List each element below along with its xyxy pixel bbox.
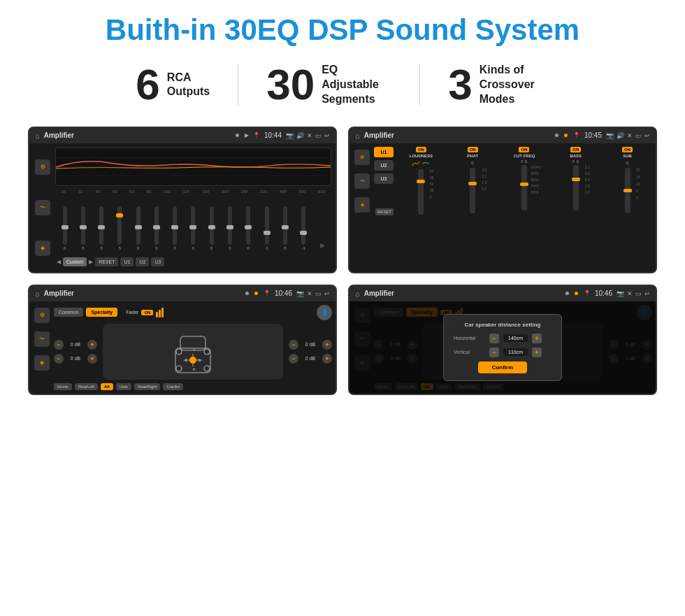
stat-number-eq: 30 <box>266 63 315 106</box>
time-2: 10:45 <box>584 131 602 139</box>
vol-value-fl: 0 dB <box>66 342 85 347</box>
eq-thumb-5[interactable] <box>135 225 142 229</box>
eq-thumb-4[interactable] <box>116 213 123 217</box>
eq-custom-btn[interactable]: Custom <box>63 257 87 266</box>
preset-u2[interactable]: U2 <box>374 160 394 171</box>
time-3: 10:46 <box>275 289 292 297</box>
fader-label: Fader <box>126 310 138 315</box>
sub-thumb[interactable] <box>623 189 632 192</box>
home-icon-3[interactable]: ⌂ <box>35 289 40 298</box>
dsp-reset-btn[interactable]: RESET <box>375 208 394 215</box>
horizontal-minus-btn[interactable]: − <box>489 334 499 343</box>
eq-thumb-2[interactable] <box>80 225 87 229</box>
fader-vol-icon[interactable]: ◈ <box>34 355 50 371</box>
cutfreq-thumb[interactable] <box>520 182 528 186</box>
eq-thumb-6[interactable] <box>153 225 160 229</box>
eq-u2-btn[interactable]: U2 <box>136 257 149 266</box>
home-icon-1[interactable]: ⌂ <box>35 131 40 140</box>
fader-filter-icon[interactable]: ⚙ <box>34 308 50 323</box>
preset-u1[interactable]: U1 <box>374 147 394 157</box>
eq-next-btn[interactable]: ▶ <box>89 259 93 265</box>
fader-on-badge: ON <box>141 310 153 315</box>
eq-thumb-10[interactable] <box>226 225 233 229</box>
dsp-filter-icon[interactable]: ⚙ <box>354 150 370 165</box>
bass-thumb[interactable] <box>572 178 580 181</box>
eq-speaker-icon[interactable]: ◈ <box>35 241 50 256</box>
home-icon-4[interactable]: ⌂ <box>355 289 360 298</box>
eq-u1-btn[interactable]: U1 <box>120 257 134 266</box>
stat-crossover: 3 Kinds ofCrossover Modes <box>420 63 577 106</box>
eq-content: ⚙ 〜 ◈ <box>29 143 336 272</box>
confirm-button[interactable]: Confirm <box>478 361 528 373</box>
eq-slider-8: 0 <box>185 206 201 250</box>
eq-track-1[interactable] <box>63 206 67 245</box>
eq-thumb-9[interactable] <box>208 225 215 229</box>
preset-u3[interactable]: U3 <box>374 173 394 184</box>
pos-user[interactable]: User <box>116 383 132 390</box>
cutfreq-slider[interactable]: 100Hz 90Hz 80Hz 70Hz 60Hz <box>521 165 527 210</box>
pos-rearright[interactable]: RearRight <box>134 383 160 390</box>
eq-thumb-12[interactable] <box>264 231 271 235</box>
sub-slider[interactable]: 20 15 10 5 0 <box>625 168 630 213</box>
back-icon-2[interactable]: ↩ <box>644 132 650 139</box>
eq-thumb-3[interactable] <box>98 225 105 229</box>
dsp-channel-bass: ON BASS FG 3.0 2.5 2.0 <box>551 147 600 215</box>
dialog-overlay: Car speaker distance setting Horizontal … <box>349 301 656 394</box>
home-icon-2[interactable]: ⌂ <box>355 131 360 140</box>
vol-plus-rr[interactable]: + <box>322 354 332 364</box>
eq-wave-icon[interactable]: 〜 <box>35 200 50 215</box>
fader-avatar-icon[interactable]: 👤 <box>317 305 332 320</box>
pos-driver[interactable]: Driver <box>54 383 72 390</box>
distance-dialog: Car speaker distance setting Horizontal … <box>443 314 562 381</box>
vol-minus-rl[interactable]: − <box>54 354 64 364</box>
camera-icon-4: 📷 <box>616 290 624 297</box>
dsp-speaker-icon[interactable]: ◈ <box>354 197 370 213</box>
eq-slider-4: 5 <box>112 206 128 250</box>
bass-slider[interactable]: 3.0 2.5 2.0 1.5 1.0 <box>573 165 579 210</box>
vol-minus-fr[interactable]: − <box>289 340 298 350</box>
vol-plus-rl[interactable]: + <box>87 354 97 364</box>
phat-thumb[interactable] <box>468 182 477 185</box>
chevron-right-icon[interactable]: » <box>319 241 324 250</box>
vol-minus-fl[interactable]: − <box>54 340 64 350</box>
eq-thumb-11[interactable] <box>245 225 252 229</box>
speaker-controls-right: − 0 dB + − 0 dB + <box>289 340 332 364</box>
pos-copilot[interactable]: Copilot <box>163 383 183 390</box>
status-icons-2: 📷 🔊 ✕ ▭ ↩ <box>606 132 650 139</box>
pos-rearleft[interactable]: RearLeft <box>75 383 98 390</box>
eq-thumb-8[interactable] <box>189 225 196 229</box>
loudness-slider[interactable]: 64 48 32 16 0 <box>418 169 424 215</box>
tab-common[interactable]: Common <box>54 308 83 317</box>
eq-thumb-7[interactable] <box>171 225 178 229</box>
loudness-thumb[interactable] <box>417 180 425 183</box>
back-icon-3[interactable]: ↩ <box>324 290 330 297</box>
pos-all[interactable]: All <box>101 383 113 390</box>
freq-40: 40 <box>95 189 100 194</box>
eq-prev-btn[interactable]: ◀ <box>57 259 61 265</box>
back-icon-1[interactable]: ↩ <box>324 132 330 139</box>
dsp-wave-icon[interactable]: 〜 <box>354 173 370 189</box>
vol-plus-fr[interactable]: + <box>322 340 332 350</box>
eq-thumb-13[interactable] <box>282 225 289 229</box>
back-icon-4[interactable]: ↩ <box>644 290 650 297</box>
vertical-plus-btn[interactable]: + <box>532 348 542 357</box>
phat-slider[interactable]: 3.0 2.1 1.3 0.5 <box>470 168 475 213</box>
vol-plus-fl[interactable]: + <box>87 340 97 350</box>
status-icons-4: 📷 ✕ ▭ ↩ <box>616 290 650 297</box>
tab-specialty[interactable]: Specialty <box>86 308 117 317</box>
eq-slider-6: 0 <box>148 206 164 250</box>
eq-thumb-1[interactable] <box>62 225 68 229</box>
fader-wave-icon[interactable]: 〜 <box>34 331 50 347</box>
svg-text:▼: ▼ <box>192 367 196 372</box>
horizontal-plus-btn[interactable]: + <box>532 334 542 343</box>
vertical-minus-btn[interactable]: − <box>489 348 499 357</box>
dsp-channels: ON LOUDNESS 64 48 3 <box>396 147 652 215</box>
vol-minus-rr[interactable]: − <box>289 354 298 364</box>
svg-point-6 <box>204 349 210 354</box>
dsp-channel-sub: ON SUB G 20 15 10 5 0 <box>603 147 652 215</box>
eq-filter-icon[interactable]: ⚙ <box>35 159 50 175</box>
status-icons-3: 📷 ✕ ▭ ↩ <box>296 290 330 297</box>
eq-thumb-14[interactable] <box>300 231 307 235</box>
eq-reset-btn[interactable]: RESET <box>95 257 118 266</box>
eq-u3-btn[interactable]: U3 <box>151 257 164 266</box>
